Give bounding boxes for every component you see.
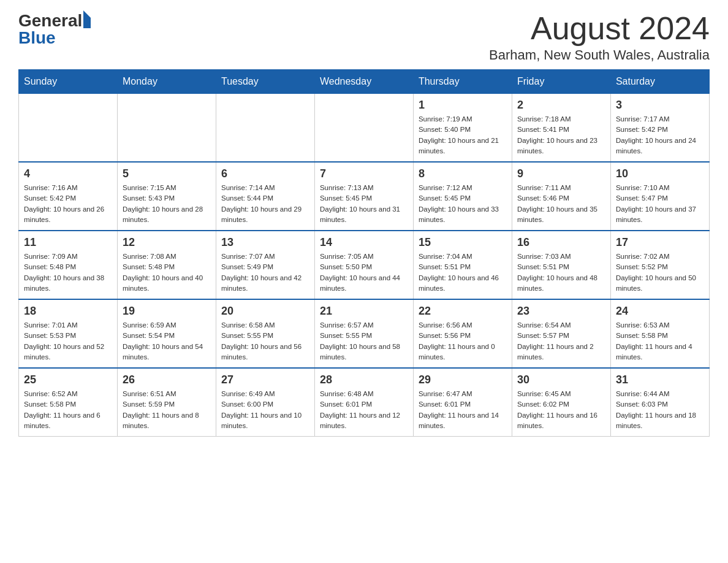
day-info: Sunrise: 7:15 AM Sunset: 5:43 PM Dayligh…	[123, 183, 211, 225]
calendar-header-monday: Monday	[117, 70, 216, 94]
logo-general: General	[18, 11, 82, 30]
calendar-week-row: 1Sunrise: 7:19 AM Sunset: 5:40 PM Daylig…	[19, 94, 710, 163]
day-number: 19	[123, 305, 211, 318]
calendar-cell	[314, 94, 413, 163]
day-info: Sunrise: 6:51 AM Sunset: 5:59 PM Dayligh…	[123, 389, 211, 431]
calendar-cell: 23Sunrise: 6:54 AM Sunset: 5:57 PM Dayli…	[512, 299, 610, 368]
day-number: 4	[24, 167, 112, 180]
calendar-week-row: 18Sunrise: 7:01 AM Sunset: 5:53 PM Dayli…	[19, 299, 710, 368]
day-info: Sunrise: 7:08 AM Sunset: 5:48 PM Dayligh…	[123, 251, 211, 294]
day-number: 25	[24, 373, 112, 386]
day-info: Sunrise: 7:10 AM Sunset: 5:47 PM Dayligh…	[616, 183, 704, 225]
calendar-cell: 26Sunrise: 6:51 AM Sunset: 5:59 PM Dayli…	[117, 368, 216, 437]
day-info: Sunrise: 6:47 AM Sunset: 6:01 PM Dayligh…	[419, 389, 507, 431]
calendar-header-sunday: Sunday	[19, 70, 118, 94]
day-info: Sunrise: 6:54 AM Sunset: 5:57 PM Dayligh…	[517, 320, 605, 362]
calendar-cell: 13Sunrise: 7:07 AM Sunset: 5:49 PM Dayli…	[216, 231, 314, 299]
logo: General Blue	[18, 12, 91, 47]
day-info: Sunrise: 7:17 AM Sunset: 5:42 PM Dayligh…	[616, 114, 704, 156]
month-title: August 2024	[489, 12, 710, 44]
calendar-cell	[117, 94, 216, 163]
calendar-header-friday: Friday	[512, 70, 610, 94]
day-info: Sunrise: 6:49 AM Sunset: 6:00 PM Dayligh…	[221, 389, 309, 431]
calendar-cell: 30Sunrise: 6:45 AM Sunset: 6:02 PM Dayli…	[512, 368, 610, 437]
day-number: 1	[419, 99, 507, 112]
day-info: Sunrise: 7:07 AM Sunset: 5:49 PM Dayligh…	[221, 251, 309, 294]
day-number: 16	[517, 236, 605, 249]
day-info: Sunrise: 6:58 AM Sunset: 5:55 PM Dayligh…	[221, 320, 309, 362]
day-number: 12	[123, 236, 211, 249]
location: Barham, New South Wales, Australia	[489, 47, 710, 63]
day-number: 10	[616, 167, 704, 180]
calendar-cell: 11Sunrise: 7:09 AM Sunset: 5:48 PM Dayli…	[19, 231, 118, 299]
calendar-cell: 10Sunrise: 7:10 AM Sunset: 5:47 PM Dayli…	[610, 162, 709, 231]
day-info: Sunrise: 7:05 AM Sunset: 5:50 PM Dayligh…	[320, 251, 408, 294]
day-number: 13	[221, 236, 309, 249]
day-number: 7	[320, 167, 408, 180]
calendar-cell: 16Sunrise: 7:03 AM Sunset: 5:51 PM Dayli…	[512, 231, 610, 299]
day-number: 2	[517, 99, 605, 112]
day-info: Sunrise: 6:48 AM Sunset: 6:01 PM Dayligh…	[320, 389, 408, 431]
day-info: Sunrise: 7:12 AM Sunset: 5:45 PM Dayligh…	[419, 183, 507, 225]
day-info: Sunrise: 7:13 AM Sunset: 5:45 PM Dayligh…	[320, 183, 408, 225]
calendar-table: SundayMondayTuesdayWednesdayThursdayFrid…	[18, 69, 710, 437]
calendar-cell: 1Sunrise: 7:19 AM Sunset: 5:40 PM Daylig…	[413, 94, 512, 163]
calendar-header-thursday: Thursday	[413, 70, 512, 94]
calendar-cell: 12Sunrise: 7:08 AM Sunset: 5:48 PM Dayli…	[117, 231, 216, 299]
day-number: 22	[419, 305, 507, 318]
calendar-header-row: SundayMondayTuesdayWednesdayThursdayFrid…	[19, 70, 710, 94]
calendar-cell: 27Sunrise: 6:49 AM Sunset: 6:00 PM Dayli…	[216, 368, 314, 437]
day-number: 14	[320, 236, 408, 249]
day-number: 3	[616, 99, 704, 112]
day-info: Sunrise: 6:57 AM Sunset: 5:55 PM Dayligh…	[320, 320, 408, 362]
calendar-cell: 22Sunrise: 6:56 AM Sunset: 5:56 PM Dayli…	[413, 299, 512, 368]
calendar-week-row: 4Sunrise: 7:16 AM Sunset: 5:42 PM Daylig…	[19, 162, 710, 231]
day-info: Sunrise: 7:16 AM Sunset: 5:42 PM Dayligh…	[24, 183, 112, 225]
calendar-cell: 20Sunrise: 6:58 AM Sunset: 5:55 PM Dayli…	[216, 299, 314, 368]
day-number: 17	[616, 236, 704, 249]
calendar-cell: 14Sunrise: 7:05 AM Sunset: 5:50 PM Dayli…	[314, 231, 413, 299]
day-info: Sunrise: 7:14 AM Sunset: 5:44 PM Dayligh…	[221, 183, 309, 225]
day-info: Sunrise: 7:02 AM Sunset: 5:52 PM Dayligh…	[616, 251, 704, 294]
day-info: Sunrise: 6:59 AM Sunset: 5:54 PM Dayligh…	[123, 320, 211, 362]
day-number: 15	[419, 236, 507, 249]
day-info: Sunrise: 7:19 AM Sunset: 5:40 PM Dayligh…	[419, 114, 507, 156]
day-info: Sunrise: 7:11 AM Sunset: 5:46 PM Dayligh…	[517, 183, 605, 225]
day-info: Sunrise: 7:01 AM Sunset: 5:53 PM Dayligh…	[24, 320, 112, 362]
day-number: 27	[221, 373, 309, 386]
day-number: 30	[517, 373, 605, 386]
calendar-cell: 18Sunrise: 7:01 AM Sunset: 5:53 PM Dayli…	[19, 299, 118, 368]
day-info: Sunrise: 7:03 AM Sunset: 5:51 PM Dayligh…	[517, 251, 605, 294]
day-info: Sunrise: 6:56 AM Sunset: 5:56 PM Dayligh…	[419, 320, 507, 362]
logo-arrow-icon	[83, 10, 91, 28]
calendar-cell: 2Sunrise: 7:18 AM Sunset: 5:41 PM Daylig…	[512, 94, 610, 163]
calendar-header-wednesday: Wednesday	[314, 70, 413, 94]
calendar-cell: 25Sunrise: 6:52 AM Sunset: 5:58 PM Dayli…	[19, 368, 118, 437]
calendar-cell: 6Sunrise: 7:14 AM Sunset: 5:44 PM Daylig…	[216, 162, 314, 231]
day-number: 20	[221, 305, 309, 318]
day-number: 18	[24, 305, 112, 318]
day-info: Sunrise: 6:45 AM Sunset: 6:02 PM Dayligh…	[517, 389, 605, 431]
calendar-cell: 31Sunrise: 6:44 AM Sunset: 6:03 PM Dayli…	[610, 368, 709, 437]
day-number: 31	[616, 373, 704, 386]
calendar-cell: 24Sunrise: 6:53 AM Sunset: 5:58 PM Dayli…	[610, 299, 709, 368]
calendar-week-row: 25Sunrise: 6:52 AM Sunset: 5:58 PM Dayli…	[19, 368, 710, 437]
calendar-cell: 15Sunrise: 7:04 AM Sunset: 5:51 PM Dayli…	[413, 231, 512, 299]
day-info: Sunrise: 7:18 AM Sunset: 5:41 PM Dayligh…	[517, 114, 605, 156]
calendar-cell: 7Sunrise: 7:13 AM Sunset: 5:45 PM Daylig…	[314, 162, 413, 231]
day-info: Sunrise: 6:44 AM Sunset: 6:03 PM Dayligh…	[616, 389, 704, 431]
day-info: Sunrise: 6:52 AM Sunset: 5:58 PM Dayligh…	[24, 389, 112, 431]
calendar-cell: 21Sunrise: 6:57 AM Sunset: 5:55 PM Dayli…	[314, 299, 413, 368]
day-number: 26	[123, 373, 211, 386]
day-number: 6	[221, 167, 309, 180]
day-info: Sunrise: 6:53 AM Sunset: 5:58 PM Dayligh…	[616, 320, 704, 362]
page-header: General Blue August 2024 Barham, New Sou…	[18, 12, 710, 63]
day-number: 23	[517, 305, 605, 318]
title-section: August 2024 Barham, New South Wales, Aus…	[489, 12, 710, 63]
day-number: 8	[419, 167, 507, 180]
calendar-week-row: 11Sunrise: 7:09 AM Sunset: 5:48 PM Dayli…	[19, 231, 710, 299]
day-number: 28	[320, 373, 408, 386]
calendar-cell: 5Sunrise: 7:15 AM Sunset: 5:43 PM Daylig…	[117, 162, 216, 231]
calendar-header-tuesday: Tuesday	[216, 70, 314, 94]
day-number: 29	[419, 373, 507, 386]
